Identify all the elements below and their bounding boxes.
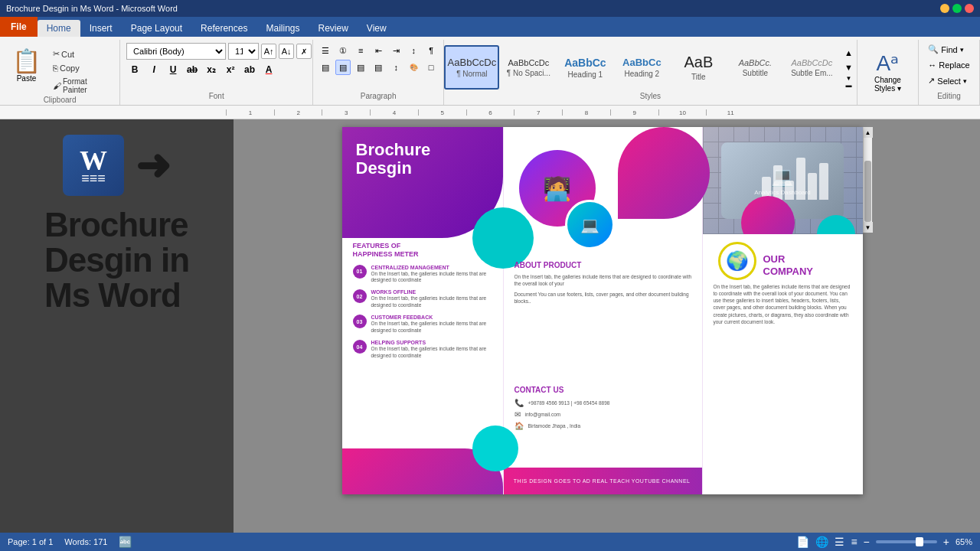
circle-small: 💻	[565, 200, 615, 249]
superscript-button[interactable]: x²	[222, 61, 239, 78]
view-mode-print[interactable]: 📄	[796, 536, 809, 548]
brochure-middle-panel: 🧑‍💻 💻 ABOUT PRODUCT On the Insert tab, t…	[503, 127, 702, 494]
tab-insert[interactable]: Insert	[80, 20, 122, 37]
tab-file[interactable]: File	[0, 17, 38, 37]
styles-scroll-down[interactable]: ▼	[841, 60, 856, 74]
scroll-down-btn[interactable]: ▼	[864, 222, 873, 233]
justify-btn[interactable]: ▤	[371, 60, 386, 75]
feature-num-2: 02	[353, 289, 367, 303]
bottom-wave-left	[342, 448, 503, 494]
style-no-spacing[interactable]: AaBbCcDc ¶ No Spaci...	[501, 45, 556, 90]
replace-button[interactable]: ↔ Replace	[925, 59, 972, 71]
scrollbar-vertical[interactable]: ▲ ▼	[863, 127, 872, 233]
view-mode-web[interactable]: 🌐	[815, 536, 828, 548]
email-icon: ✉	[514, 410, 521, 419]
style-normal[interactable]: AaBbCcDc ¶ Normal	[444, 45, 499, 90]
align-center-btn[interactable]: ▤	[335, 60, 351, 75]
increase-font-btn[interactable]: A↑	[261, 44, 276, 59]
minimize-btn[interactable]	[940, 4, 949, 13]
copy-button[interactable]: ⎘ Copy	[50, 62, 113, 74]
numbering-button[interactable]: ①	[335, 43, 351, 58]
styles-group-label: Styles	[640, 92, 661, 102]
increase-indent-btn[interactable]: ⇥	[388, 43, 403, 58]
borders-btn[interactable]: □	[423, 60, 439, 75]
phone-icon: 📞	[514, 399, 524, 407]
show-marks-btn[interactable]: ¶	[423, 43, 439, 58]
style-subtitle[interactable]: AaBbCc. Subtitle	[727, 45, 782, 90]
view-mode-draft[interactable]: ≡	[851, 536, 857, 548]
decrease-font-btn[interactable]: A↓	[279, 44, 294, 59]
title-bar: Brochure Desgin in Ms Word - Microsoft W…	[0, 0, 980, 17]
style-heading1[interactable]: AaBbCc Heading 1	[557, 45, 612, 90]
font-name-select[interactable]: Calibri (Body)	[126, 43, 226, 60]
font-color-button[interactable]: A	[260, 61, 277, 78]
align-right-btn[interactable]: ▤	[353, 60, 368, 75]
styles-more[interactable]: ▼▬	[841, 74, 856, 90]
paste-button[interactable]: 📋 Paste	[6, 44, 47, 86]
tab-page-layout[interactable]: Page Layout	[122, 20, 191, 37]
bullets-button[interactable]: ☰	[318, 43, 333, 58]
sort-btn[interactable]: ↕	[406, 43, 421, 58]
ruler: 1234567891011	[0, 106, 980, 119]
copy-icon: ⎘	[53, 64, 58, 73]
close-window-btn[interactable]	[965, 4, 974, 13]
chart-bars	[762, 158, 828, 200]
zoom-out-btn[interactable]: −	[864, 536, 870, 548]
zoom-slider-track[interactable]	[876, 540, 937, 543]
contact-phone: 📞 +98789 4566 9913 | +98 65454 8898	[514, 399, 694, 407]
zoom-in-btn[interactable]: +	[943, 536, 949, 548]
find-button[interactable]: 🔍 Find ▾	[925, 43, 966, 56]
zoom-slider-thumb[interactable]	[916, 537, 923, 546]
change-styles-button[interactable]: Aᵃ ChangeStyles ▾	[863, 50, 913, 94]
heading1-preview-text: AaBbCc	[564, 57, 606, 69]
scroll-up-btn[interactable]: ▲	[864, 127, 873, 138]
feature-text-3: On the Insert tab, the galleries include…	[371, 321, 495, 334]
line-spacing-btn[interactable]: ↕	[388, 60, 403, 75]
tab-view[interactable]: View	[358, 20, 396, 37]
subscript-button[interactable]: x₂	[203, 61, 220, 78]
shading-btn[interactable]: 🎨	[406, 60, 421, 75]
text-highlight-button[interactable]: ab	[241, 61, 258, 78]
maximize-btn[interactable]	[952, 4, 962, 13]
select-button[interactable]: ↗ Select ▾	[925, 74, 970, 87]
style-title[interactable]: AaB Title	[671, 45, 726, 90]
multilevel-list-btn[interactable]: ≡	[353, 43, 368, 58]
scroll-thumb[interactable]	[864, 161, 871, 222]
brochure-footer: THIS DESIGN GOES TO AD REAL TEACH YOUTUB…	[504, 468, 702, 494]
feature-item-3: 03 CUSTOMER FEEDBACK On the Insert tab, …	[353, 315, 495, 334]
align-left-btn[interactable]: ▤	[318, 60, 333, 75]
strikethrough-button[interactable]: ab	[184, 61, 201, 78]
ribbon: 📋 Paste ✂ Cut ⎘ Copy 🖌 Format Painter	[0, 37, 980, 106]
subtle-em-label: Subtle Em...	[791, 69, 832, 77]
globe-icon: 🌍	[726, 250, 749, 272]
person-icon: 🧑‍💻	[543, 175, 571, 202]
title-label: Title	[691, 73, 706, 81]
style-heading2[interactable]: AaBbCc Heading 2	[614, 45, 669, 90]
arrow-right-icon: ➜	[136, 145, 171, 187]
italic-button[interactable]: I	[145, 61, 162, 78]
styles-scroll-up[interactable]: ▲	[841, 45, 856, 60]
format-painter-button[interactable]: 🖌 Format Painter	[50, 76, 113, 96]
title-preview-text: AaB	[684, 54, 713, 71]
tab-review[interactable]: Review	[309, 20, 357, 37]
mid-top-blob	[618, 127, 710, 219]
brochure-left-panel: Brochure Desgin FEATURES OF HAPPINESS ME…	[342, 127, 503, 494]
change-styles-group: Aᵃ ChangeStyles ▾	[858, 40, 919, 105]
style-subtle-em[interactable]: AaBbCcDc Subtle Em...	[784, 45, 839, 90]
tab-references[interactable]: References	[191, 20, 256, 37]
underline-button[interactable]: U	[165, 61, 181, 78]
clear-format-btn[interactable]: ✗	[296, 44, 312, 59]
contact-address: 🏠 Birtamode Jhapa , India	[514, 422, 694, 430]
tab-home[interactable]: Home	[38, 20, 80, 37]
font-size-select[interactable]: 11	[228, 43, 259, 60]
decrease-indent-btn[interactable]: ⇤	[371, 43, 386, 58]
tab-mailings[interactable]: Mailings	[256, 20, 309, 37]
cut-button[interactable]: ✂ Cut	[50, 47, 113, 60]
words-status: Words: 171	[64, 537, 107, 546]
company-title: OUR COMPANY	[763, 253, 852, 277]
doc-area[interactable]: Brochure Desgin FEATURES OF HAPPINESS ME…	[234, 119, 980, 533]
view-mode-outline[interactable]: ☰	[835, 536, 844, 548]
bold-button[interactable]: B	[126, 61, 143, 78]
app-title: Brochure Desgin in Ms Word - Microsoft W…	[6, 4, 178, 13]
brochure-right-panel: 💻 Analytics Dashboard 🌍	[702, 127, 863, 494]
